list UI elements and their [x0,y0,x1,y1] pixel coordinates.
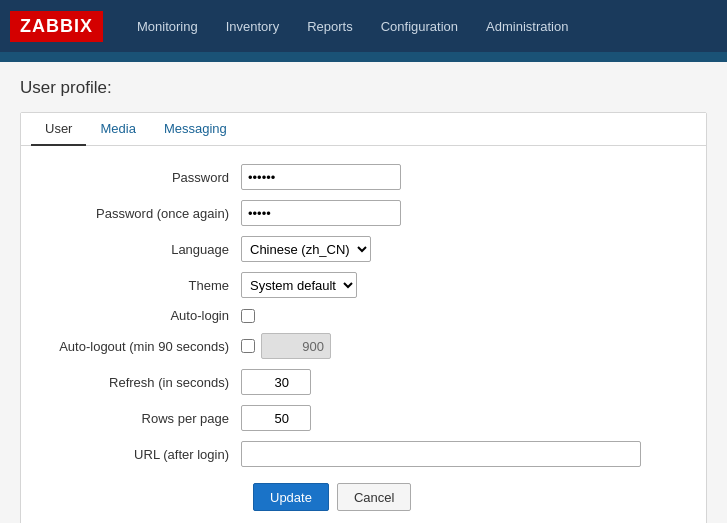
nav-item-configuration[interactable]: Configuration [367,0,472,52]
theme-select[interactable]: System default Blue Dark [241,272,357,298]
autologout-label: Auto-logout (min 90 seconds) [41,339,241,354]
blue-strip [0,52,727,62]
language-row: Language Chinese (zh_CN) English (en_US)… [41,236,686,262]
tab-bar: User Media Messaging [21,113,706,146]
theme-label: Theme [41,278,241,293]
tab-user[interactable]: User [31,113,86,146]
nav-item-reports[interactable]: Reports [293,0,367,52]
tab-media[interactable]: Media [86,113,149,146]
logo: ZABBIX [10,11,103,42]
password-input[interactable] [241,164,401,190]
autologout-value [261,333,331,359]
nav-item-inventory[interactable]: Inventory [212,0,293,52]
autologout-checkbox[interactable] [241,339,255,353]
user-profile-card: User Media Messaging Password Password (… [20,112,707,523]
top-navigation: ZABBIX Monitoring Inventory Reports Conf… [0,0,727,52]
nav-item-monitoring[interactable]: Monitoring [123,0,212,52]
autologout-row: Auto-logout (min 90 seconds) [41,333,686,359]
refresh-input[interactable] [241,369,311,395]
nav-item-administration[interactable]: Administration [472,0,582,52]
refresh-row: Refresh (in seconds) [41,369,686,395]
rows-row: Rows per page [41,405,686,431]
url-input[interactable] [241,441,641,467]
autologin-checkbox[interactable] [241,309,255,323]
password-row: Password [41,164,686,190]
autologout-group [241,333,331,359]
theme-row: Theme System default Blue Dark [41,272,686,298]
rows-input[interactable] [241,405,311,431]
page-content: User profile: User Media Messaging Passw… [0,62,727,523]
tab-messaging[interactable]: Messaging [150,113,241,146]
rows-label: Rows per page [41,411,241,426]
autologin-label: Auto-login [41,308,241,323]
url-label: URL (after login) [41,447,241,462]
password-again-input[interactable] [241,200,401,226]
password-again-row: Password (once again) [41,200,686,226]
button-row: Update Cancel [41,483,686,511]
cancel-button[interactable]: Cancel [337,483,411,511]
page-title: User profile: [20,78,707,98]
form-area: Password Password (once again) Language … [21,146,706,523]
update-button[interactable]: Update [253,483,329,511]
password-again-label: Password (once again) [41,206,241,221]
password-label: Password [41,170,241,185]
refresh-label: Refresh (in seconds) [41,375,241,390]
language-label: Language [41,242,241,257]
autologin-row: Auto-login [41,308,686,323]
url-row: URL (after login) [41,441,686,467]
language-select[interactable]: Chinese (zh_CN) English (en_US) System d… [241,236,371,262]
